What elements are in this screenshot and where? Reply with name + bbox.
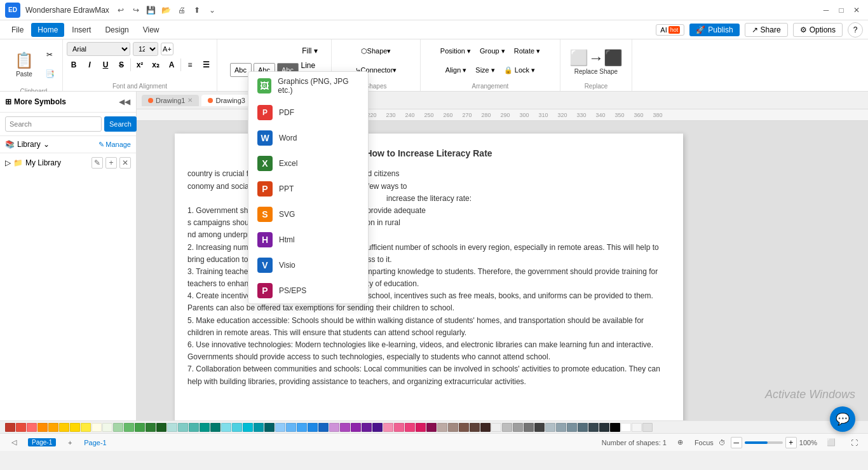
color-swatch[interactable]	[437, 423, 447, 432]
redo-button[interactable]: ↪	[130, 4, 142, 17]
add-page-button[interactable]: +	[61, 434, 79, 452]
color-swatch[interactable]	[362, 423, 372, 432]
color-swatch[interactable]	[200, 423, 210, 432]
color-swatch[interactable]	[210, 423, 220, 432]
strikethrough-button[interactable]: S	[114, 58, 128, 72]
color-swatch[interactable]	[243, 423, 253, 432]
color-swatch[interactable]	[27, 423, 37, 432]
color-swatch[interactable]	[632, 423, 642, 432]
manage-link[interactable]: ✎ Manage	[98, 141, 131, 149]
color-swatch[interactable]	[459, 423, 469, 432]
color-swatch[interactable]	[113, 423, 123, 432]
subscript-button[interactable]: x₂	[149, 58, 163, 72]
menu-design[interactable]: Design	[98, 23, 135, 37]
search-button[interactable]: Search	[104, 116, 137, 132]
color-swatch[interactable]	[351, 423, 361, 432]
share-button[interactable]: ↗Share	[745, 23, 788, 37]
color-swatch[interactable]	[599, 423, 609, 432]
color-swatch[interactable]	[167, 423, 177, 432]
export-pseps-item[interactable]: P PS/EPS	[248, 278, 368, 303]
color-swatch[interactable]	[264, 423, 275, 432]
close-button[interactable]: ✕	[850, 4, 863, 17]
save-button[interactable]: 💾	[145, 4, 158, 17]
pointer-tool[interactable]: ◁	[5, 434, 23, 452]
export-ppt-item[interactable]: P PPT	[248, 176, 368, 202]
color-swatch[interactable]	[102, 423, 112, 432]
menu-view[interactable]: View	[137, 23, 166, 37]
color-swatch[interactable]	[534, 423, 545, 432]
position-button[interactable]: Position ▾	[437, 42, 474, 60]
tab-drawing3[interactable]: Drawing3	[201, 95, 251, 106]
color-swatch[interactable]	[416, 423, 426, 432]
color-swatch[interactable]	[556, 423, 566, 432]
color-swatch[interactable]	[405, 423, 415, 432]
color-swatch[interactable]	[37, 423, 48, 432]
color-swatch[interactable]	[513, 423, 523, 432]
color-swatch[interactable]	[318, 423, 329, 432]
color-swatch[interactable]	[297, 423, 307, 432]
zoom-slider[interactable]	[745, 441, 783, 444]
rotate-button[interactable]: Rotate ▾	[511, 42, 543, 60]
color-swatch[interactable]	[642, 423, 653, 432]
color-swatch[interactable]	[286, 423, 296, 432]
menu-insert[interactable]: Insert	[65, 23, 97, 37]
tab-drawing1[interactable]: Drawing1 ✕	[142, 95, 199, 106]
lock-button[interactable]: 🔒 Lock ▾	[501, 61, 538, 79]
align-button[interactable]: Align ▾	[442, 61, 470, 79]
superscript-button[interactable]: x²	[133, 58, 147, 72]
color-swatch[interactable]	[178, 423, 188, 432]
library-toggle[interactable]: 📚 Library ⌄	[5, 140, 50, 149]
color-swatch[interactable]	[308, 423, 318, 432]
zoom-in-button[interactable]: +	[785, 437, 797, 448]
color-swatch[interactable]	[275, 423, 285, 432]
more-button[interactable]: ⌄	[206, 4, 219, 17]
text-format-button[interactable]: A	[165, 58, 179, 72]
color-swatch[interactable]	[146, 423, 156, 432]
color-swatch[interactable]	[81, 423, 91, 432]
color-swatch[interactable]	[394, 423, 404, 432]
export-button[interactable]: ⬆	[191, 4, 203, 17]
color-swatch[interactable]	[254, 423, 264, 432]
menu-file[interactable]: File	[5, 23, 30, 37]
color-swatch[interactable]	[545, 423, 555, 432]
color-swatch[interactable]	[5, 423, 15, 432]
fill-button[interactable]: Fill ▾	[301, 42, 319, 60]
color-swatch[interactable]	[135, 423, 145, 432]
help-button[interactable]: ?	[848, 22, 863, 38]
drawing-canvas[interactable]: How to Increase Literacy Rate country is…	[137, 121, 868, 420]
color-swatch[interactable]	[329, 423, 339, 432]
tab-close-1[interactable]: ✕	[187, 97, 193, 104]
minimize-button[interactable]: ─	[820, 4, 832, 17]
search-input[interactable]	[5, 116, 102, 132]
fullscreen-button[interactable]: ⛶	[845, 434, 863, 452]
color-swatch[interactable]	[124, 423, 134, 432]
fit-page-button[interactable]: ⬜	[822, 434, 840, 452]
layers-button[interactable]: ⊕	[672, 434, 689, 452]
publish-button[interactable]: 🚀Publish	[689, 24, 739, 36]
color-swatch[interactable]	[448, 423, 458, 432]
font-grow-button[interactable]: A+	[161, 43, 173, 55]
undo-button[interactable]: ↩	[114, 4, 127, 17]
color-swatch[interactable]	[524, 423, 534, 432]
export-word-item[interactable]: W Word	[248, 125, 368, 151]
color-swatch[interactable]	[48, 423, 58, 432]
color-swatch[interactable]	[491, 423, 501, 432]
color-swatch[interactable]	[340, 423, 350, 432]
list-format-button[interactable]: ☰	[199, 58, 213, 72]
my-library-close-button[interactable]: ✕	[119, 157, 131, 169]
my-library-add-button[interactable]: +	[105, 157, 117, 169]
export-excel-item[interactable]: X Excel	[248, 151, 368, 176]
color-swatch[interactable]	[621, 423, 631, 432]
collapse-sidebar-button[interactable]: ◀◀	[118, 95, 131, 108]
cut-button[interactable]: ✂	[41, 46, 58, 64]
color-swatch[interactable]	[59, 423, 69, 432]
export-pdf-item[interactable]: P PDF	[248, 100, 368, 125]
color-swatch[interactable]	[383, 423, 393, 432]
color-swatch[interactable]	[470, 423, 480, 432]
underline-button[interactable]: U	[98, 58, 112, 72]
color-swatch[interactable]	[372, 423, 383, 432]
italic-button[interactable]: I	[83, 58, 97, 72]
export-visio-item[interactable]: V Visio	[248, 252, 368, 278]
color-swatch[interactable]	[16, 423, 26, 432]
shape-button[interactable]: ⬡ Shape ▾	[357, 42, 395, 60]
